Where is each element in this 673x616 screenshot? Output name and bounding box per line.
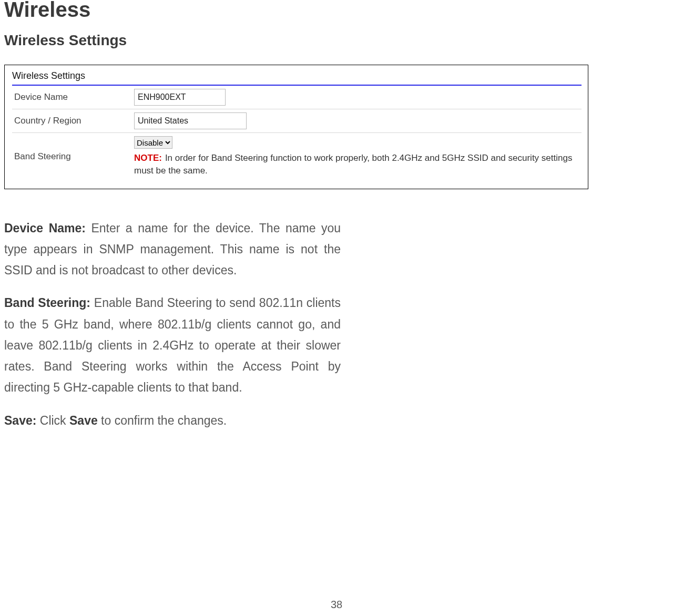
band-steering-note: NOTE:In order for Band Steering function… bbox=[134, 152, 579, 177]
save-bold: Save bbox=[69, 414, 98, 427]
settings-table: Device Name Country / Region Band Steeri… bbox=[12, 86, 582, 180]
description-block: Device Name: Enter a name for the device… bbox=[4, 218, 341, 431]
device-name-input[interactable] bbox=[134, 89, 226, 106]
desc-label: Save: bbox=[4, 414, 36, 427]
desc-text: Enable Band Steering to send 802.11n cli… bbox=[4, 296, 341, 394]
desc-label: Device Name: bbox=[4, 221, 86, 235]
desc-text: Click bbox=[36, 414, 69, 427]
band-steering-select[interactable]: Disable bbox=[134, 136, 172, 149]
note-text: In order for Band Steering function to w… bbox=[134, 153, 572, 176]
settings-screenshot-panel: Wireless Settings Device Name Country / … bbox=[4, 65, 588, 189]
band-steering-description: Band Steering: Enable Band Steering to s… bbox=[4, 292, 341, 398]
page-title: Wireless bbox=[4, 0, 669, 22]
device-name-cell bbox=[132, 86, 582, 109]
country-input[interactable] bbox=[134, 112, 247, 129]
country-cell bbox=[132, 109, 582, 133]
device-name-description: Device Name: Enter a name for the device… bbox=[4, 218, 341, 281]
section-subtitle: Wireless Settings bbox=[4, 32, 669, 49]
panel-heading: Wireless Settings bbox=[12, 70, 582, 85]
band-steering-label: Band Steering bbox=[12, 133, 132, 180]
device-name-label: Device Name bbox=[12, 86, 132, 109]
desc-label: Band Steering: bbox=[4, 296, 90, 310]
page-number: 38 bbox=[0, 599, 673, 611]
save-description: Save: Click Save to confirm the changes. bbox=[4, 410, 341, 431]
band-steering-cell: Disable NOTE:In order for Band Steering … bbox=[132, 133, 582, 180]
note-label: NOTE: bbox=[134, 153, 162, 163]
desc-text: to confirm the changes. bbox=[98, 414, 227, 427]
country-label: Country / Region bbox=[12, 109, 132, 133]
table-row: Band Steering Disable NOTE:In order for … bbox=[12, 133, 582, 180]
table-row: Country / Region bbox=[12, 109, 582, 133]
table-row: Device Name bbox=[12, 86, 582, 109]
